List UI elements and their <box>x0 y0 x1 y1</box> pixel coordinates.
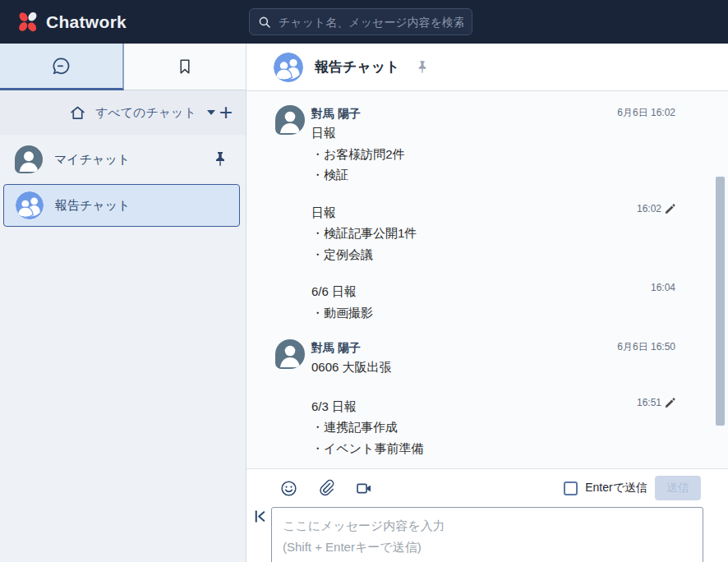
message: 對馬 陽子 日報 ・お客様訪問2件 ・検証 6月6日 16:02 <box>275 105 728 186</box>
tab-bookmarks[interactable] <box>124 44 247 90</box>
timeline-scrollbar <box>716 91 725 468</box>
group-avatar <box>274 53 303 82</box>
group-avatar <box>16 191 44 219</box>
message-body: 對馬 陽子 日報 ・お客様訪問2件 ・検証 <box>311 105 405 186</box>
enter-to-send-label: Enterで送信 <box>585 481 647 495</box>
tab-chats[interactable] <box>0 44 124 90</box>
collapse-panel-icon[interactable] <box>252 509 268 527</box>
send-button[interactable]: 送信 <box>655 476 701 500</box>
message-line: ・動画撮影 <box>311 302 373 324</box>
message-line: 6/3 日報 <box>311 396 423 417</box>
person-avatar <box>275 339 305 369</box>
chatwork-logo: Chatwork <box>16 10 127 35</box>
message-line: ・イベント事前準備 <box>311 438 423 459</box>
video-call-button[interactable] <box>355 479 374 498</box>
chat-main: 報告チャット 對馬 陽子 日報 ・お客様訪問2件 ・検証 <box>247 44 728 562</box>
message: 6/3 日報 ・連携記事作成 ・イベント事前準備 16:51 <box>311 396 728 459</box>
search-input[interactable] <box>279 16 463 29</box>
composer-toolbar <box>279 476 374 500</box>
attachment-button[interactable] <box>317 479 336 498</box>
chat-header: 報告チャット <box>247 44 728 91</box>
message: 6/6 日報 ・動画撮影 16:04 <box>311 281 728 323</box>
message-body: 6/6 日報 ・動画撮影 <box>311 281 373 323</box>
message-input[interactable] <box>271 507 703 562</box>
message-line: ・お客様訪問2件 <box>311 144 405 165</box>
message-line: ・検証記事公開1件 <box>311 223 417 244</box>
message: 日報 ・検証記事公開1件 ・定例会議 16:02 <box>311 202 728 265</box>
chat-name: 報告チャット <box>55 198 130 214</box>
chat-filter-row[interactable]: すべてのチャット + <box>0 90 246 135</box>
message-line: ・定例会議 <box>311 244 417 265</box>
message-body: 對馬 陽子 0606 大阪出張 <box>311 339 392 378</box>
pin-icon[interactable] <box>214 151 226 168</box>
message-timestamp: 16:04 <box>651 282 675 293</box>
message-composer: Enterで送信 送信 <box>247 468 728 562</box>
message-timestamp: 16:02 <box>637 203 675 214</box>
pin-icon[interactable] <box>417 60 427 75</box>
chat-title: 報告チャット <box>315 58 400 76</box>
chat-name: マイチャット <box>54 152 130 168</box>
search-icon <box>258 16 271 29</box>
message-timeline: 對馬 陽子 日報 ・お客様訪問2件 ・検証 6月6日 16:02 日報 ・検証記… <box>247 91 728 468</box>
message-line: 日報 <box>311 202 417 223</box>
app-header: Chatwork <box>0 0 728 44</box>
chat-list-item-report-chat[interactable]: 報告チャット <box>3 184 240 227</box>
filter-label: すべてのチャット <box>95 105 196 121</box>
message-body: 日報 ・検証記事公開1件 ・定例会議 <box>311 202 417 265</box>
message-line: 6/6 日報 <box>311 281 373 302</box>
message-sender: 對馬 陽子 <box>311 339 392 357</box>
message-timestamp: 16:51 <box>637 397 675 408</box>
message-line: ・検証 <box>311 164 405 186</box>
enter-to-send-checkbox[interactable] <box>564 481 578 495</box>
message-timestamp: 6月6日 16:02 <box>617 106 675 120</box>
message-body: 6/3 日報 ・連携記事作成 ・イベント事前準備 <box>311 396 423 459</box>
chat-list: マイチャット 報告チャット <box>0 135 246 227</box>
global-search-box[interactable] <box>249 8 472 35</box>
scrollbar-thumb[interactable] <box>716 177 725 426</box>
composer-send-controls: Enterで送信 送信 <box>564 476 701 500</box>
chevron-down-icon <box>207 110 215 115</box>
sidebar-tabs <box>0 44 246 90</box>
message-line: 0606 大阪出張 <box>311 357 392 378</box>
edit-pencil-icon[interactable] <box>665 397 675 408</box>
emoji-button[interactable] <box>279 479 298 498</box>
home-icon <box>69 104 86 122</box>
edit-pencil-icon[interactable] <box>665 203 675 214</box>
chat-bubble-icon <box>51 56 71 76</box>
person-avatar <box>15 145 43 173</box>
sidebar: すべてのチャット + マイチャット <box>0 44 247 562</box>
person-avatar <box>275 105 305 135</box>
add-chat-button[interactable]: + <box>219 101 233 124</box>
logo-wordmark: Chatwork <box>46 12 127 32</box>
message: 對馬 陽子 0606 大阪出張 6月6日 16:50 <box>275 339 728 378</box>
message-timestamp: 6月6日 16:50 <box>617 340 675 354</box>
chatwork-flower-icon <box>16 10 40 35</box>
chat-list-item-my-chat[interactable]: マイチャット <box>0 137 246 182</box>
message-sender: 對馬 陽子 <box>311 105 405 122</box>
bookmark-icon <box>176 58 194 76</box>
message-line: 日報 <box>311 122 405 144</box>
message-line: ・連携記事作成 <box>311 417 423 438</box>
